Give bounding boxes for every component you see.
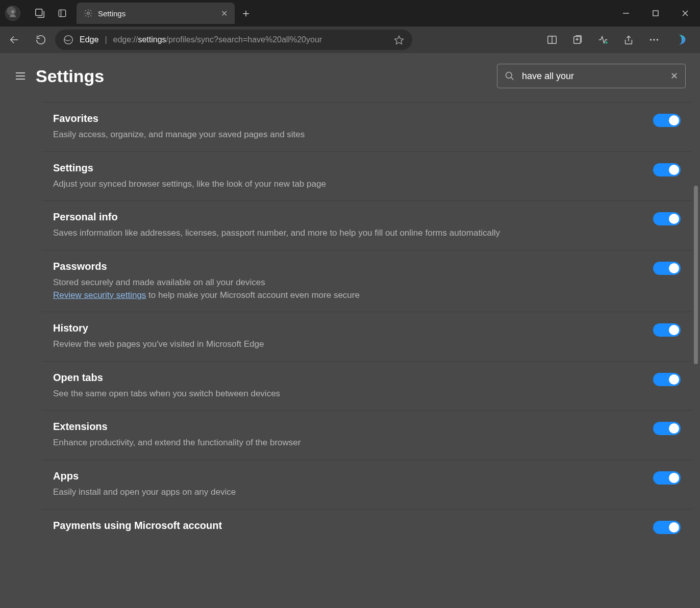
toggle-passwords[interactable] (653, 262, 681, 275)
scroll-thumb[interactable] (694, 186, 698, 364)
toggle-favorites[interactable] (653, 114, 681, 127)
item-title: Open tabs (53, 372, 643, 384)
gear-icon (84, 9, 93, 18)
minimize-button[interactable] (611, 2, 641, 24)
close-tab-button[interactable]: ✕ (221, 9, 228, 18)
settings-search-input[interactable] (522, 71, 663, 82)
maximize-button[interactable] (641, 2, 670, 24)
svg-point-17 (605, 41, 608, 44)
toggle-payments[interactable] (653, 521, 681, 534)
split-screen-icon[interactable] (540, 28, 564, 52)
page-title: Settings (36, 66, 104, 86)
item-title: Payments using Microsoft account (53, 520, 643, 531)
edge-logo-icon (63, 35, 73, 45)
profile-avatar[interactable] (5, 6, 20, 21)
item-desc: Stored securely and made available on al… (53, 276, 643, 301)
performance-icon[interactable] (591, 28, 615, 52)
sync-item-payments: Payments using Microsoft account (42, 509, 692, 538)
item-title: Personal info (53, 211, 643, 223)
svg-rect-6 (653, 11, 658, 16)
item-desc: Easily install and open your apps on any… (53, 486, 643, 499)
copilot-icon[interactable] (669, 28, 694, 52)
item-desc: See the same open tabs when you switch b… (53, 388, 643, 400)
settings-header: Settings ✕ (0, 53, 700, 99)
item-title: Apps (53, 470, 643, 482)
toolbar-right (540, 28, 698, 52)
tab-title: Settings (98, 9, 216, 18)
addr-url: edge://settings/profiles/sync?search=hav… (113, 35, 322, 44)
item-title: History (53, 322, 643, 334)
tab-actions-icon[interactable] (51, 2, 73, 24)
sync-settings-list: Favorites Easily access, organize, and m… (42, 99, 692, 608)
sync-item-extensions: Extensions Enhance productivity, and ext… (42, 410, 692, 460)
svg-rect-2 (59, 10, 65, 16)
collections-icon[interactable] (565, 28, 590, 52)
toggle-extensions[interactable] (653, 422, 681, 435)
item-desc: Easily access, organize, and manage your… (53, 129, 643, 141)
svg-line-26 (511, 78, 514, 80)
new-tab-button[interactable]: ＋ (235, 2, 257, 24)
svg-marker-11 (395, 36, 404, 44)
addr-separator: | (105, 35, 107, 44)
sync-item-favorites: Favorites Easily access, organize, and m… (42, 102, 692, 151)
more-menu-icon[interactable] (642, 28, 666, 52)
clear-search-button[interactable]: ✕ (670, 70, 678, 82)
sync-item-history: History Review the web pages you've visi… (42, 312, 692, 361)
toggle-open-tabs[interactable] (653, 373, 681, 386)
svg-point-25 (506, 72, 512, 79)
sync-item-passwords: Passwords Stored securely and made avail… (42, 250, 692, 312)
svg-point-4 (87, 12, 90, 15)
review-security-settings-link[interactable]: Review security settings (53, 290, 146, 300)
svg-point-20 (653, 39, 655, 40)
item-desc: Enhance productivity, and extend the fun… (53, 437, 643, 449)
item-title: Extensions (53, 421, 643, 433)
svg-rect-1 (36, 9, 42, 16)
search-icon (505, 71, 515, 81)
sync-item-personal-info: Personal info Saves information like add… (42, 200, 692, 250)
back-button[interactable] (2, 28, 27, 52)
settings-search-box[interactable]: ✕ (497, 64, 686, 88)
toggle-personal-info[interactable] (653, 212, 681, 225)
scrollbar[interactable] (694, 99, 698, 608)
sync-item-apps: Apps Easily install and open your apps o… (42, 460, 692, 509)
share-icon[interactable] (616, 28, 641, 52)
close-window-button[interactable] (670, 2, 700, 24)
addr-scheme-label: Edge (80, 35, 98, 44)
toggle-history[interactable] (653, 323, 681, 337)
favorite-star-icon[interactable] (394, 35, 404, 45)
settings-app: Settings ✕ Favorites Easily access, orga… (0, 53, 700, 608)
address-bar[interactable]: Edge | edge://settings/profiles/sync?sea… (55, 30, 412, 50)
workspaces-icon[interactable] (29, 2, 51, 24)
hamburger-menu-icon[interactable] (14, 70, 27, 82)
toolbar: Edge | edge://settings/profiles/sync?sea… (0, 27, 700, 53)
item-desc: Review the web pages you've visited in M… (53, 338, 643, 351)
titlebar: Settings ✕ ＋ (0, 0, 700, 27)
item-title: Favorites (53, 113, 643, 124)
item-title: Passwords (53, 261, 643, 272)
item-desc: Saves information like addresses, licens… (53, 227, 643, 240)
toggle-settings[interactable] (653, 163, 681, 176)
svg-point-19 (650, 39, 652, 40)
sync-item-settings: Settings Adjust your synced browser sett… (42, 151, 692, 201)
browser-tab[interactable]: Settings ✕ (77, 3, 235, 24)
toggle-apps[interactable] (653, 471, 681, 485)
svg-point-0 (11, 10, 14, 13)
sync-item-open-tabs: Open tabs See the same open tabs when yo… (42, 361, 692, 411)
svg-point-21 (657, 39, 658, 40)
refresh-button[interactable] (29, 28, 53, 52)
item-title: Settings (53, 162, 643, 174)
item-desc: Adjust your synced browser settings, lik… (53, 178, 643, 191)
